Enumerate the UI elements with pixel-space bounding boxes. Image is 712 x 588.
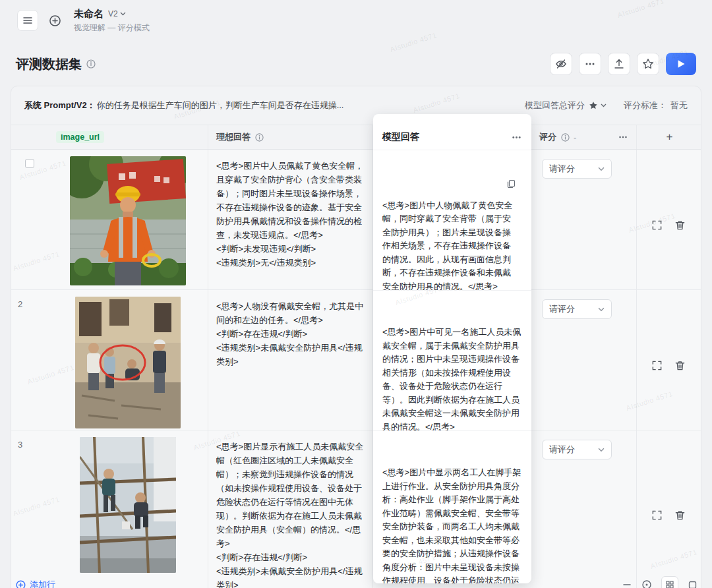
row-number: 3 (18, 440, 22, 588)
version-selector[interactable]: V2 (108, 9, 126, 18)
table-header-row: image_url 理想回答 评分 - (11, 125, 701, 150)
model-answer-cell[interactable]: <思考>图片中可见一名施工人员未佩戴安全帽，属于未佩戴安全防护用具的情况；图片中… (373, 290, 531, 430)
score-select[interactable]: 请评分 (542, 440, 612, 459)
trash-icon (674, 510, 686, 521)
grid-icon (665, 580, 674, 588)
page-title-info-icon[interactable] (86, 59, 96, 69)
table-row: 2 <思考>人物没有佩戴安全帽，尤其是中间的和左边的任务。</思考> <判断>存… (11, 290, 701, 430)
delete-row-button[interactable] (674, 441, 686, 588)
footer-view-button[interactable] (641, 579, 652, 588)
header-image-url[interactable]: image_url (48, 125, 208, 149)
copy-button[interactable] (506, 160, 526, 208)
model-answer-column: 模型回答 <思考>图片中人物佩戴了黄色安全帽，同时穿戴了安全背带（属于安全防护用… (373, 114, 531, 583)
hide-columns-button[interactable] (550, 53, 572, 75)
play-icon (677, 59, 686, 69)
chevron-down-icon (601, 103, 607, 107)
row-checkbox[interactable] (25, 159, 34, 168)
score-placeholder: 请评分 (549, 303, 575, 315)
score-label: 评分 (539, 131, 556, 143)
total-score-selector[interactable] (589, 101, 607, 110)
delete-row-button[interactable] (674, 160, 686, 289)
ideal-answer-info-icon[interactable] (255, 133, 264, 142)
footer-expand-button[interactable] (688, 580, 697, 588)
delete-row-button[interactable] (674, 301, 686, 430)
page-title: 评测数据集 (16, 55, 82, 73)
expand-row-button[interactable] (651, 301, 663, 430)
row-photo-construction-site[interactable] (75, 297, 181, 428)
table-row: 3 <思考>图片显示有施工人员未佩戴安全帽（红色圈注区域的工人未佩戴安全帽）；未… (11, 430, 701, 588)
app-header: 未命名 V2 视觉理解 — 评分模式 (0, 0, 712, 41)
score-placeholder: 请评分 (549, 163, 575, 175)
score-select[interactable]: 请评分 (542, 299, 612, 319)
trash-icon (674, 360, 686, 371)
footer-grid-view-button[interactable] (661, 576, 678, 588)
score-info-icon[interactable] (561, 133, 570, 142)
hamburger-icon (22, 15, 33, 26)
more-icon (618, 132, 628, 142)
ideal-answer-label: 理想回答 (216, 131, 251, 143)
row-number-cell: 2 (11, 290, 48, 430)
model-column-more-button[interactable] (511, 132, 522, 143)
eye-off-icon (555, 58, 567, 70)
system-prompt-bar[interactable]: 系统 Prompt/V2： 你的任务是根据生产车间的图片，判断生产车间是否存在违… (11, 86, 701, 125)
header-ideal-answer[interactable]: 理想回答 (208, 125, 373, 149)
model-answer-header[interactable]: 模型回答 (373, 114, 531, 150)
score-column-more-button[interactable] (618, 132, 628, 142)
model-answer-text: <思考>图片中人物佩戴了黄色安全帽，同时穿戴了安全背带（属于安全防护用具）；图片… (382, 199, 522, 291)
fullscreen-icon (651, 220, 663, 231)
run-button[interactable] (666, 53, 696, 75)
doc-title-block: 未命名 V2 视觉理解 — 评分模式 (74, 8, 150, 34)
header-score[interactable]: 评分 - (531, 125, 637, 149)
ideal-answer-text: <思考>图片中人员佩戴了黄色安全帽，且穿戴了安全防护背心（含安全带类装备）；同时… (208, 159, 372, 278)
system-prompt-label: 系统 Prompt/V2： (24, 100, 96, 111)
copy-icon (506, 179, 516, 189)
model-answer-cell[interactable]: <思考>图片中显示两名工人在脚手架上进行作业。从安全防护用具角度分析：高处作业（… (373, 430, 531, 583)
expand-row-button[interactable] (651, 441, 663, 588)
chevron-down-icon (598, 167, 605, 171)
star-icon (642, 58, 654, 70)
expand-row-button[interactable] (651, 160, 663, 289)
ideal-answer-cell[interactable]: <思考>人物没有佩戴安全帽，尤其是中间的和左边的任务。</思考> <判断>存在违… (208, 290, 373, 430)
more-actions-button[interactable] (579, 53, 601, 75)
minus-icon (622, 579, 632, 588)
row-photo-scaffolding[interactable] (80, 437, 176, 573)
chevron-down-icon (598, 448, 605, 452)
ideal-answer-cell[interactable]: <思考>图片中人员佩戴了黄色安全帽，且穿戴了安全防护背心（含安全带类装备）；同时… (208, 150, 373, 289)
model-answer-cell[interactable]: <思考>图片中人物佩戴了黄色安全帽，同时穿戴了安全背带（属于安全防护用具）；图片… (373, 150, 531, 290)
more-icon (584, 58, 596, 70)
row-select-cell (11, 150, 48, 289)
upload-icon (613, 58, 625, 70)
image-cell (48, 150, 208, 289)
score-select[interactable]: 请评分 (542, 159, 612, 179)
score-cell: 请评分 (531, 150, 637, 289)
add-row-button[interactable]: 添加行 (16, 579, 55, 588)
image-url-field-tag[interactable]: image_url (56, 131, 104, 143)
model-answer-text: <思考>图片中可见一名施工人员未佩戴安全帽，属于未佩戴安全防护用具的情况；图片中… (382, 326, 522, 430)
doc-title: 未命名 (74, 8, 104, 20)
criteria-label: 评分标准： (624, 100, 667, 111)
footer-collapse-button[interactable] (622, 579, 632, 588)
ideal-answer-text: <思考>人物没有佩戴安全帽，尤其是中间的和左边的任务。</思考> <判断>存在违… (208, 299, 372, 376)
plus-circle-icon (16, 580, 26, 588)
model-answer-text: <思考>图片中显示两名工人在脚手架上进行作业。从安全防护用具角度分析：高处作业（… (382, 466, 522, 583)
row-photo-worker-portrait[interactable] (70, 156, 186, 285)
dataset-card: 系统 Prompt/V2： 你的任务是根据生产车间的图片，判断生产车间是否存在违… (11, 86, 701, 588)
export-button[interactable] (608, 53, 630, 75)
criteria-value[interactable]: 暂无 (670, 100, 688, 111)
favorite-button[interactable] (637, 53, 659, 75)
menu-button[interactable] (17, 10, 38, 31)
add-column-button[interactable]: + (637, 125, 702, 149)
total-score-label: 模型回答总评分 (525, 100, 585, 111)
new-version-button[interactable] (45, 11, 65, 30)
ideal-answer-cell[interactable]: <思考>图片显示有施工人员未佩戴安全帽（红色圈注区域的工人未佩戴安全帽）；未察觉… (208, 430, 373, 588)
model-answer-label: 模型回答 (382, 131, 419, 143)
version-label: V2 (108, 9, 118, 18)
row-actions-cell (637, 150, 702, 289)
chevron-down-icon (120, 12, 126, 16)
row-actions-cell (637, 290, 702, 430)
plus-circle-icon (49, 15, 61, 27)
page-toolbar (550, 53, 696, 75)
more-icon (511, 132, 522, 143)
doc-subtitle: 视觉理解 — 评分模式 (74, 22, 150, 34)
row-number-cell: 3 (11, 430, 48, 588)
